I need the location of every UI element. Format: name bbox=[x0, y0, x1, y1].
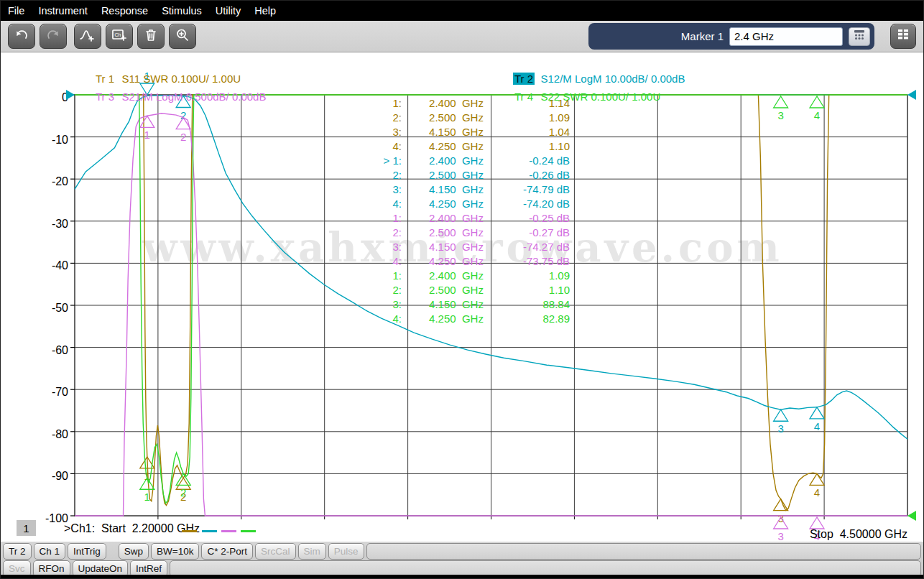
status-button-srccal: SrcCal bbox=[255, 543, 296, 560]
marker-number: 3: bbox=[360, 183, 402, 198]
undo-icon bbox=[14, 27, 29, 46]
marker-value: 1.04 bbox=[511, 126, 570, 140]
marker-frequency: 2.500 GHz bbox=[402, 111, 511, 126]
marker-readout-row: 2:2.500 GHz-0.27 dB bbox=[360, 226, 570, 241]
zoom-button[interactable] bbox=[169, 24, 196, 49]
marker-value: 82.89 bbox=[511, 312, 570, 327]
magnifier-icon bbox=[175, 27, 190, 46]
marker-value: -74.20 dB bbox=[511, 198, 570, 212]
undo-button[interactable] bbox=[8, 24, 35, 49]
menu-stimulus[interactable]: Stimulus bbox=[162, 5, 202, 17]
status-button-ch-1[interactable]: Ch 1 bbox=[34, 543, 66, 560]
add-channel-icon: Ch bbox=[111, 27, 128, 46]
keypad-icon bbox=[852, 29, 867, 45]
marker-value: -74.79 dB bbox=[511, 183, 570, 198]
trace3-label: Tr 3 bbox=[94, 91, 116, 103]
marker-readout-row: 3:4.150 GHz-74.79 dB bbox=[360, 183, 570, 198]
marker-frequency: 4.250 GHz bbox=[402, 255, 511, 269]
status-button-sim: Sim bbox=[298, 543, 326, 560]
channel-number-badge[interactable]: 1 bbox=[17, 520, 36, 536]
marker-value: 1.10 bbox=[511, 284, 570, 298]
marker-readout-row: 2:2.500 GHz-0.26 dB bbox=[360, 169, 570, 183]
marker-value: 88.84 bbox=[511, 298, 570, 312]
marker-frequency-input[interactable] bbox=[729, 27, 843, 46]
svg-text:1: 1 bbox=[144, 129, 150, 141]
marker-readout-row: 1:2.400 GHz-0.25 dB bbox=[360, 212, 570, 226]
status-row-1: Tr 2Ch 1IntTrigSwpBW=10kC* 2-PortSrcCalS… bbox=[3, 543, 921, 560]
marker-number: 1: bbox=[360, 269, 402, 284]
marker-label: Marker 1 bbox=[681, 30, 724, 42]
menu-help[interactable]: Help bbox=[254, 5, 276, 17]
add-trace-button[interactable] bbox=[74, 24, 101, 49]
svg-text:-60: -60 bbox=[52, 344, 68, 356]
marker-readout-row: 4:4.250 GHz1.10 bbox=[360, 140, 570, 154]
marker-number: 4: bbox=[360, 198, 402, 212]
marker-value: -0.24 dB bbox=[511, 154, 570, 169]
add-trace-icon bbox=[79, 27, 96, 46]
marker-number: 3: bbox=[360, 298, 402, 312]
trace1-color-swatch bbox=[182, 530, 197, 532]
marker-readout-row: 4:4.250 GHz-74.20 dB bbox=[360, 198, 570, 212]
trace4-color-swatch bbox=[241, 530, 256, 532]
window-layout-button[interactable] bbox=[890, 24, 916, 49]
svg-text:Ch: Ch bbox=[115, 32, 121, 37]
marker-value: -0.25 dB bbox=[511, 212, 570, 226]
marker-value: -73.75 dB bbox=[511, 255, 570, 269]
marker-frequency: 2.400 GHz bbox=[402, 154, 511, 169]
marker-frequency: 2.500 GHz bbox=[402, 284, 511, 298]
keypad-button[interactable] bbox=[849, 27, 870, 46]
marker-value: -0.27 dB bbox=[511, 226, 570, 241]
svg-text:-20: -20 bbox=[52, 175, 68, 187]
status-button-c-2-port[interactable]: C* 2-Port bbox=[201, 543, 253, 560]
marker-value: -74.27 dB bbox=[511, 241, 570, 255]
svg-text:1: 1 bbox=[144, 470, 150, 482]
marker-frequency: 4.150 GHz bbox=[402, 241, 511, 255]
menu-utility[interactable]: Utility bbox=[216, 5, 241, 17]
marker-readout-row: > 1:2.400 GHz-0.24 dB bbox=[360, 154, 570, 169]
marker-number: 4: bbox=[360, 255, 402, 269]
marker-value: 1.10 bbox=[511, 140, 570, 154]
marker-number: 1: bbox=[360, 97, 402, 111]
menu-instrument[interactable]: Instrument bbox=[38, 5, 88, 17]
add-channel-button[interactable]: Ch bbox=[106, 24, 133, 49]
marker-readout-row: 2:2.500 GHz1.09 bbox=[360, 111, 570, 126]
redo-button bbox=[40, 24, 67, 49]
marker-value: 1.14 bbox=[511, 97, 570, 111]
status-button-swp[interactable]: Swp bbox=[119, 543, 149, 560]
marker-frequency: 4.150 GHz bbox=[402, 298, 511, 312]
layout-grid-icon bbox=[896, 27, 910, 46]
marker-readout-row: 3:4.150 GHz88.84 bbox=[360, 298, 570, 312]
svg-text:2: 2 bbox=[180, 491, 186, 503]
marker-readout-row: 4:4.250 GHz-73.75 dB bbox=[360, 255, 570, 269]
marker-frequency: 2.400 GHz bbox=[402, 269, 511, 284]
menu-response[interactable]: Response bbox=[101, 5, 148, 17]
svg-text:-30: -30 bbox=[52, 218, 68, 230]
toolbar: Ch Marker 1 bbox=[1, 21, 923, 52]
marker-value: -0.26 dB bbox=[511, 169, 570, 183]
marker-toolbar: Marker 1 bbox=[588, 23, 874, 50]
status-button-bw-10k[interactable]: BW=10k bbox=[151, 543, 199, 560]
marker-readout-row: 3:4.150 GHz1.04 bbox=[360, 126, 570, 140]
svg-text:4: 4 bbox=[814, 486, 820, 499]
marker-number: 4: bbox=[360, 312, 402, 327]
status-button-inttrig[interactable]: IntTrig bbox=[68, 543, 106, 560]
trace2-color-swatch bbox=[202, 530, 217, 532]
status-button-tr-2[interactable]: Tr 2 bbox=[3, 543, 32, 560]
status-group-gap bbox=[108, 543, 116, 560]
trace3-header[interactable]: Tr 3 S21/M LogM 0.500dB/ 0.00dB bbox=[76, 78, 266, 115]
marker-readout-row: 1:2.400 GHz1.14 bbox=[360, 97, 570, 111]
svg-text:2: 2 bbox=[180, 131, 186, 143]
channel-stop-frequency: Stop 4.50000 GHz bbox=[810, 528, 907, 541]
menu-bar: File Instrument Response Stimulus Utilit… bbox=[1, 1, 923, 21]
marker-frequency: 2.500 GHz bbox=[402, 226, 511, 241]
menu-file[interactable]: File bbox=[8, 5, 24, 17]
status-bar: Tr 2Ch 1IntTrigSwpBW=10kC* 2-PortSrcCalS… bbox=[1, 542, 923, 576]
svg-text:-10: -10 bbox=[52, 134, 68, 146]
marker-number: 3: bbox=[360, 241, 402, 255]
trash-icon bbox=[143, 27, 159, 46]
marker-readout-row: 3:4.150 GHz-74.27 dB bbox=[360, 241, 570, 255]
svg-text:4: 4 bbox=[814, 109, 820, 121]
channel-start-frequency: >Ch1: Start 2.20000 GHz bbox=[64, 522, 200, 535]
delete-button[interactable] bbox=[137, 24, 165, 49]
svg-text:4: 4 bbox=[814, 420, 820, 432]
